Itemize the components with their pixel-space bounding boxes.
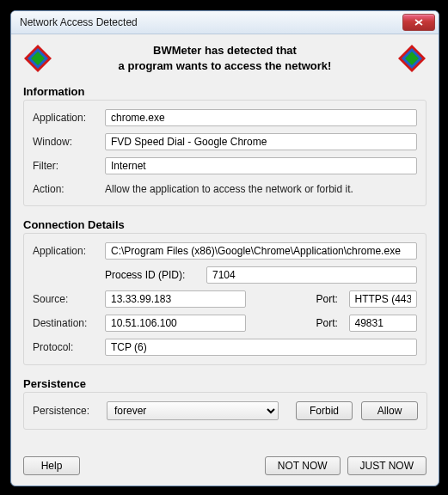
just-now-button[interactable]: JUST NOW — [347, 456, 427, 475]
persistence-label: Persistence: — [33, 405, 98, 417]
app-logo-right — [397, 44, 427, 73]
conn-dest-label: Destination: — [33, 317, 98, 329]
help-button[interactable]: Help — [23, 456, 80, 475]
conn-pid-label: Process ID (PID): — [105, 269, 199, 281]
dialog-window: Network Access Detected BWMeter has dete… — [10, 10, 439, 486]
info-action-label: Action: — [33, 183, 98, 195]
diamond-icon — [23, 44, 52, 73]
forbid-button[interactable]: Forbid — [296, 401, 353, 420]
persistence-group: Persistence: forever Forbid Allow — [23, 392, 427, 430]
conn-source-port-label: Port: — [316, 293, 342, 305]
header-line-2: a program wants to access the network! — [119, 58, 332, 74]
app-logo-left — [23, 44, 52, 73]
info-filter-label: Filter: — [33, 160, 98, 172]
conn-protocol-field[interactable] — [105, 339, 417, 356]
close-button[interactable] — [402, 14, 435, 31]
info-window-label: Window: — [33, 136, 98, 148]
footer-row: Help NOT NOW JUST NOW — [23, 456, 427, 475]
info-filter-field[interactable] — [105, 157, 417, 174]
conn-application-field[interactable] — [105, 242, 417, 260]
connection-title: Connection Details — [23, 218, 427, 231]
header-row: BWMeter has detected that a program want… — [23, 43, 427, 73]
conn-source-field[interactable] — [105, 290, 246, 308]
info-application-label: Application: — [33, 112, 98, 124]
conn-pid-field[interactable] — [206, 266, 417, 284]
info-application-field[interactable] — [105, 109, 417, 126]
title-bar: Network Access Detected — [11, 11, 439, 34]
conn-protocol-label: Protocol: — [33, 341, 98, 353]
conn-source-label: Source: — [33, 293, 98, 305]
info-window-field[interactable] — [105, 133, 417, 150]
persistence-select[interactable]: forever — [107, 401, 279, 420]
window-title: Network Access Detected — [20, 16, 402, 28]
conn-dest-field[interactable] — [105, 315, 246, 332]
not-now-button[interactable]: NOT NOW — [265, 456, 341, 475]
conn-dest-port-label: Port: — [316, 317, 342, 329]
conn-source-port-field[interactable] — [349, 290, 418, 308]
header-text: BWMeter has detected that a program want… — [119, 43, 332, 73]
dialog-content: BWMeter has detected that a program want… — [11, 34, 439, 486]
info-action-text: Allow the application to access the netw… — [105, 181, 417, 197]
persistence-title: Persistence — [23, 377, 427, 390]
conn-dest-port-field[interactable] — [349, 315, 418, 332]
header-line-1: BWMeter has detected that — [119, 43, 332, 58]
close-icon — [414, 19, 423, 26]
diamond-icon — [397, 44, 427, 73]
connection-group: Application: Process ID (PID): Source: P… — [23, 233, 427, 365]
conn-application-label: Application: — [33, 245, 98, 257]
information-group: Application: Window: Filter: Action: All… — [23, 100, 427, 206]
information-title: Information — [23, 85, 427, 98]
allow-button[interactable]: Allow — [361, 401, 418, 420]
